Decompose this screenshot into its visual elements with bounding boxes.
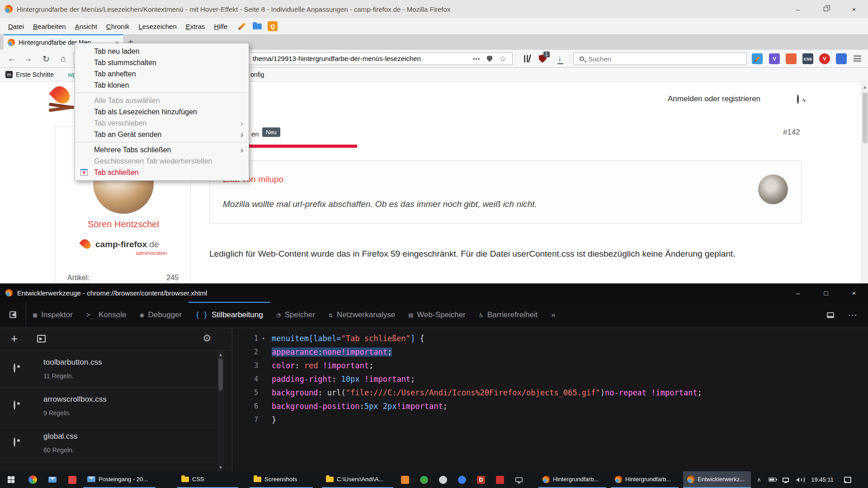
post-number[interactable]: #142 (783, 128, 800, 137)
menu-ansicht[interactable]: Ansicht (71, 21, 102, 32)
context-menu-item-mehrere-tabs-schliessen[interactable]: Mehrere Tabs schließen› (75, 144, 249, 155)
tray-app-green-icon[interactable] (415, 471, 433, 488)
taskbar-button-posteingang[interactable]: Posteingang - 20... (83, 471, 156, 488)
more-tabs-button[interactable]: » (544, 302, 562, 328)
tray-app-d-icon[interactable]: D (472, 471, 490, 488)
pinned-browser-icon[interactable] (24, 471, 42, 488)
search-bar[interactable] (573, 52, 747, 65)
devtools-close-button[interactable]: × (840, 284, 868, 302)
page-scrollbar[interactable]: ▲ (861, 82, 868, 283)
scroll-up-icon[interactable]: ▲ (862, 82, 868, 89)
tray-app-red-icon[interactable] (491, 471, 509, 488)
visibility-eye-icon[interactable] (14, 438, 15, 446)
page-actions-icon[interactable]: ••• (470, 53, 483, 65)
menu-bearbeiten[interactable]: Bearbeiten (28, 21, 71, 32)
forum-search-icon[interactable] (797, 95, 799, 103)
stylesheet-toolbarbutton[interactable]: toolbarbutton.css 11 Regeln. (0, 351, 216, 388)
home-icon[interactable]: ⌂ (55, 50, 71, 68)
menu-datei[interactable]: Datei (4, 21, 28, 32)
user-name[interactable]: Sören Hentzschel (56, 219, 191, 230)
split-console-button[interactable] (821, 302, 840, 328)
taskbar-button-explorer[interactable]: C:\Users\Andi\A... (322, 471, 393, 488)
back-icon[interactable]: ← (4, 50, 20, 68)
minimize-button[interactable]: – (784, 0, 812, 18)
taskbar-button-firefox-1[interactable]: Hintergrundfarb... (538, 471, 606, 488)
devtools-minimize-button[interactable]: – (784, 284, 812, 302)
quote-author-avatar[interactable] (758, 174, 788, 204)
context-menu-item-tab-neu-laden[interactable]: Tab neu laden (75, 46, 249, 57)
tab-web-speicher[interactable]: ▤Web-Speicher (402, 302, 472, 328)
pinned-red-app-icon[interactable] (63, 471, 81, 488)
brush-extension-icon[interactable] (786, 53, 797, 64)
import-stylesheet-icon[interactable] (37, 335, 46, 343)
red-v-extension-icon[interactable]: V (819, 53, 830, 64)
tray-app-orange-icon[interactable] (396, 471, 414, 488)
context-menu-item-tab-anheften[interactable]: Tab anheften (75, 68, 249, 80)
element-picker-button[interactable] (0, 302, 26, 328)
fold-arrow-icon[interactable]: ▾ (262, 335, 272, 342)
visibility-eye-icon[interactable] (14, 401, 15, 409)
css-source-editor[interactable]: 1 ▾ menuitem[label="Tab schließen"] { 2 … (233, 328, 868, 471)
compose-pencil-icon[interactable] (236, 21, 247, 32)
context-menu-item-tab-stummschalten[interactable]: Tab stummschalten (75, 57, 249, 68)
context-menu-item-tab-klonen[interactable]: Tab klonen (75, 80, 249, 91)
menu-hilfe[interactable]: Hilfe (209, 21, 232, 32)
sidebar-scrollbar[interactable]: ▲ ▼ (217, 351, 224, 471)
bookmark-erste-schritte[interactable]: Erste Schritte (16, 71, 54, 78)
volume-icon[interactable] (793, 471, 806, 488)
campfire-logo[interactable] (47, 84, 76, 112)
devtools-menu-button[interactable]: ⋯ (844, 302, 862, 328)
menu-chronik[interactable]: Chronik (102, 21, 134, 32)
taskbar-button-firefox-2[interactable]: Hintergrundfarb... (611, 471, 679, 488)
stylesheet-global[interactable]: global.css 60 Regeln. (0, 425, 216, 462)
blue-extension-icon[interactable] (836, 53, 847, 64)
start-button[interactable] (0, 471, 22, 488)
context-menu-item-tab-als-lesezeichen[interactable]: Tab als Lesezeichen hinzufügen (75, 106, 249, 117)
tab-konsole[interactable]: >_Konsole (80, 302, 133, 328)
tab-debugger[interactable]: ◉Debugger (133, 302, 189, 328)
scroll-down-icon[interactable]: ▼ (217, 465, 224, 470)
tab-netzwerkanalyse[interactable]: ⇅Netzwerkanalyse (322, 302, 402, 328)
hamburger-menu-icon[interactable] (854, 56, 861, 61)
library-icon[interactable] (516, 50, 533, 68)
taskbar-clock[interactable]: 19:45:11 (807, 471, 837, 488)
tray-app-monitor-icon[interactable] (510, 471, 528, 488)
bookmark-star-icon[interactable]: ☆ (498, 53, 508, 65)
search-input[interactable] (588, 53, 737, 65)
pinned-mail-icon[interactable] (43, 471, 61, 488)
tab-speicher[interactable]: ◔Speicher (270, 302, 322, 328)
tab-barrierefreiheit[interactable]: ♿Barrierefreiheit (472, 302, 545, 328)
taskbar-button-css-folder[interactable]: CSS (177, 471, 238, 488)
tray-app-gray-icon[interactable] (434, 471, 452, 488)
devtools-maximize-button[interactable]: □ (812, 284, 840, 302)
scrollbar-thumb[interactable] (863, 93, 868, 143)
signin-link[interactable]: Anmelden oder registrieren (668, 94, 760, 103)
scroll-up-icon[interactable]: ▲ (217, 351, 224, 357)
context-menu-item-tab-an-geraet-senden[interactable]: Tab an Gerät senden› (75, 129, 249, 140)
scrollbar-thumb[interactable] (218, 359, 223, 390)
network-icon[interactable] (779, 471, 792, 488)
tray-app-blue-icon[interactable] (453, 471, 471, 488)
tab-stilbearbeitung[interactable]: { }Stilbearbeitung (189, 302, 270, 328)
visibility-eye-icon[interactable] (14, 364, 15, 372)
qip-toolbar-icon[interactable]: Q (267, 21, 278, 32)
shield-icon[interactable] (485, 53, 494, 65)
bookmark-config-fragment[interactable]: onfig (250, 71, 264, 78)
tab-inspektor[interactable]: ▣Inspektor (26, 302, 80, 328)
battery-icon[interactable] (766, 471, 778, 488)
v-extension-icon[interactable]: V (769, 53, 780, 64)
action-center-icon[interactable] (840, 471, 855, 488)
menu-lesezeichen[interactable]: Lesezeichen (134, 21, 181, 32)
taskbar-button-screenshots[interactable]: Screenshots (250, 471, 313, 488)
ublock-icon[interactable]: 1 (534, 50, 551, 68)
pencil-extension-icon[interactable] (752, 53, 763, 64)
folder-toolbar-icon[interactable] (252, 21, 263, 32)
reload-icon[interactable]: ↻ (38, 50, 54, 68)
restore-button[interactable] (812, 0, 840, 18)
new-stylesheet-button[interactable]: + (11, 332, 18, 346)
stylesheet-arrowscrollbox[interactable]: arrowscrollbox.css 9 Regeln. (0, 388, 216, 425)
menu-extras[interactable]: Extras (181, 21, 210, 32)
close-button[interactable]: × (840, 0, 868, 18)
context-menu-item-tab-schliessen[interactable]: ×Tab schließen (75, 167, 249, 178)
forward-icon[interactable]: → (20, 50, 36, 68)
